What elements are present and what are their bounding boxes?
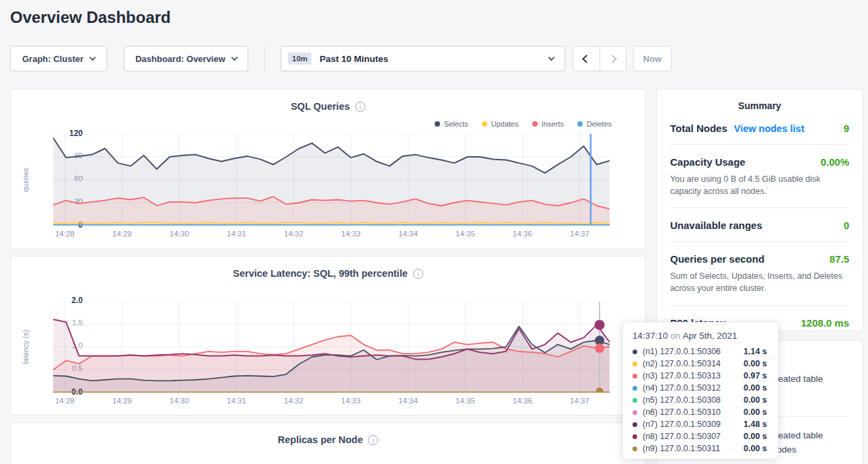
tooltip-row: (n2) 127.0.0.1:503140.00 s — [632, 358, 768, 370]
x-tick-label: 14:29 — [107, 230, 137, 238]
tooltip-on-word: on — [670, 331, 680, 341]
service-latency-plot[interactable] — [53, 301, 610, 393]
legend-item-selects[interactable]: Selects — [435, 120, 468, 128]
node-color-dot-icon — [632, 410, 637, 415]
node-latency-value: 0.00 s — [744, 383, 767, 393]
info-icon[interactable]: i — [355, 102, 365, 112]
tooltip-row: (n6) 127.0.0.1:503100.00 s — [632, 406, 768, 418]
chevron-left-icon — [582, 55, 591, 63]
sql-queries-plot[interactable] — [53, 134, 610, 226]
x-tick-label: 14:33 — [336, 397, 365, 405]
graph-dropdown-label: Graph: Cluster — [22, 54, 83, 64]
summary-label: Unavailable ranges — [670, 220, 762, 231]
tooltip-header: 14:37:10 on Apr 5th, 2021 — [632, 331, 768, 341]
node-latency-value: 1.48 s — [744, 420, 767, 429]
summary-description: Sum of Selects, Updates, Inserts, and De… — [670, 270, 849, 294]
summary-row-head: Capacity Usage0.00% — [670, 156, 849, 168]
tooltip-row: (n7) 127.0.0.1:503091.48 s — [632, 418, 768, 430]
node-color-dot-icon — [632, 446, 637, 451]
sql-queries-title: SQL Queries i — [11, 101, 645, 112]
node-color-dot-icon — [632, 350, 637, 354]
sql-legend: SelectsUpdatesInsertsDeletes — [435, 120, 612, 128]
chevron-right-icon — [608, 55, 617, 63]
tooltip-row: (n5) 127.0.0.1:503080.00 s — [632, 394, 768, 406]
legend-item-deletes[interactable]: Deletes — [577, 120, 612, 128]
node-latency-value: 0.97 s — [744, 371, 767, 380]
legend-dot-icon — [532, 121, 538, 127]
page-title: Overview Dashboard — [10, 8, 171, 27]
node-address: (n4) 127.0.0.1:50312 — [643, 383, 744, 393]
node-latency-value: 0.00 s — [744, 432, 767, 441]
summary-label: Capacity Usage — [670, 156, 746, 168]
tooltip-date: Apr 5th, 2021 — [682, 331, 737, 341]
summary-row-unavailable-ranges: Unavailable ranges0 — [670, 208, 849, 242]
tooltip-row: (n1) 127.0.0.1:503061.14 s — [632, 345, 768, 358]
node-address: (n7) 127.0.0.1:50309 — [643, 420, 744, 429]
summary-title: Summary — [670, 100, 849, 111]
time-range-dropdown[interactable]: 10m Past 10 Minutes — [281, 46, 565, 71]
graph-dropdown[interactable]: Graph: Cluster — [10, 46, 107, 71]
x-tick-label: 14:35 — [450, 397, 480, 405]
x-tick-label: 14:33 — [336, 230, 365, 238]
x-tick-label: 14:36 — [507, 230, 537, 238]
node-latency-value: 0.00 s — [744, 395, 767, 405]
summary-rows: Total NodesView nodes list9Capacity Usag… — [670, 111, 849, 339]
x-tick-label: 14:28 — [50, 397, 79, 405]
summary-description: You are using 0 B of 4.5 GiB usable disk… — [670, 173, 849, 197]
node-color-dot-icon — [632, 422, 637, 427]
replicas-per-node-title: Replicas per Node i — [11, 434, 645, 445]
y-axis-name: queries — [20, 134, 31, 226]
legend-item-inserts[interactable]: Inserts — [532, 120, 564, 128]
time-prev-button[interactable] — [573, 46, 600, 71]
node-color-dot-icon — [632, 398, 637, 403]
info-icon[interactable]: i — [368, 435, 378, 445]
x-tick-label: 14:37 — [565, 397, 595, 405]
node-latency-value: 0.00 s — [744, 359, 767, 368]
x-tick-label: 14:36 — [507, 397, 537, 405]
service-latency-title: Service Latency: SQL, 99th percentile i — [11, 268, 645, 279]
legend-item-updates[interactable]: Updates — [482, 120, 519, 128]
summary-row-queries-per-second: Queries per second87.5Sum of Selects, Up… — [670, 242, 849, 305]
node-address: (n1) 127.0.0.1:50306 — [643, 347, 744, 356]
y-axis-name: latency (s) — [20, 301, 31, 393]
tooltip-row: (n8) 127.0.0.1:503070.00 s — [632, 430, 768, 442]
node-address: (n3) 127.0.0.1:50313 — [643, 371, 744, 380]
chart-title-text: Replicas per Node — [278, 434, 363, 445]
toolbar-divider — [264, 45, 265, 72]
summary-value: 1208.0 ms — [801, 317, 849, 329]
summary-value: 0 — [844, 220, 849, 231]
x-tick-label: 14:34 — [393, 397, 423, 405]
dashboard-dropdown[interactable]: Dashboard: Overview — [124, 46, 248, 71]
node-address: (n5) 127.0.0.1:50308 — [643, 395, 744, 405]
node-color-dot-icon — [632, 434, 637, 439]
view-nodes-list-link[interactable]: View nodes list — [734, 123, 805, 134]
time-step-buttons — [573, 46, 626, 71]
node-latency-value: 1.14 s — [744, 347, 767, 356]
chevron-down-icon — [89, 54, 96, 61]
tooltip-row: (n3) 127.0.0.1:503130.97 s — [632, 370, 768, 382]
info-icon[interactable]: i — [413, 269, 423, 279]
node-color-dot-icon — [632, 374, 637, 378]
tooltip-row: (n4) 127.0.0.1:503120.00 s — [632, 382, 768, 394]
legend-dot-icon — [435, 121, 440, 127]
time-range-badge: 10m — [288, 53, 312, 65]
node-latency-value: 0.00 s — [744, 444, 767, 453]
x-tick-label: 14:30 — [164, 230, 194, 238]
sql-queries-panel: SQL Queries i SelectsUpdatesInsertsDelet… — [10, 89, 646, 249]
summary-label: Total Nodes — [670, 123, 727, 134]
node-latency-value: 0.00 s — [744, 407, 767, 417]
time-next-button[interactable] — [600, 46, 626, 71]
tooltip-time: 14:37:10 — [632, 331, 668, 341]
node-address: (n8) 127.0.0.1:50307 — [643, 432, 744, 441]
chart-title-text: SQL Queries — [291, 101, 350, 112]
x-tick-label: 14:32 — [279, 397, 308, 405]
node-address: (n6) 127.0.0.1:50310 — [643, 407, 744, 417]
x-tick-label: 14:35 — [450, 230, 480, 238]
legend-dot-icon — [577, 121, 583, 127]
tooltip-row: (n9) 127.0.0.1:503110.00 s — [632, 442, 768, 455]
now-button[interactable]: Now — [633, 46, 672, 71]
node-address: (n2) 127.0.0.1:50314 — [643, 359, 744, 368]
x-tick-label: 14:37 — [565, 230, 595, 238]
x-tick-label: 14:34 — [393, 230, 423, 238]
tooltip-rows: (n1) 127.0.0.1:503061.14 s(n2) 127.0.0.1… — [632, 345, 768, 455]
